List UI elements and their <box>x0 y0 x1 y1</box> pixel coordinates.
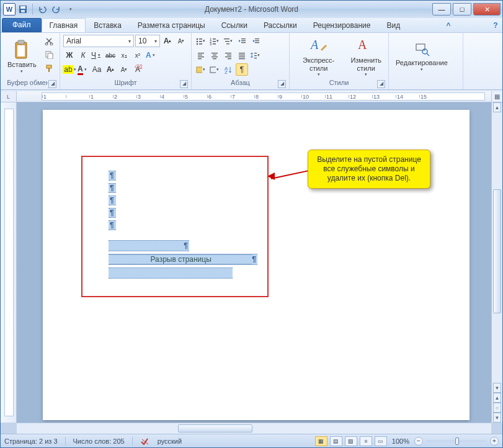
svg-rect-30 <box>255 38 259 39</box>
svg-rect-42 <box>227 55 231 55</box>
redo-icon[interactable] <box>50 2 63 16</box>
tab-view[interactable]: Вид <box>378 18 408 32</box>
line-spacing-icon[interactable]: ▾ <box>249 49 262 61</box>
multilevel-list-icon[interactable]: ▾ <box>222 35 234 47</box>
vertical-scrollbar[interactable]: ▲ ▼ ▲ ○ ▼ <box>491 102 502 423</box>
paragraph-mark[interactable]: ¶ <box>109 220 116 230</box>
tab-file[interactable]: Файл <box>2 18 42 32</box>
decrease-indent-icon[interactable] <box>236 35 248 47</box>
minimize-button[interactable]: — <box>432 3 451 16</box>
proofing-icon[interactable] <box>140 437 150 446</box>
next-page-icon[interactable]: ▼ <box>493 413 501 423</box>
horizontal-scrollbar[interactable] <box>17 423 491 434</box>
scroll-down-icon[interactable]: ▼ <box>493 383 501 393</box>
zoom-level[interactable]: 100% <box>392 437 409 445</box>
group-label-font: Шрифт◢ <box>63 79 188 89</box>
document-viewport[interactable]: ¶ ¶ ¶ ¶ ¶ ¶ Разрыв страницы ¶ Выделите н… <box>17 102 491 423</box>
maximize-button[interactable]: □ <box>453 3 471 16</box>
tab-mailings[interactable]: Рассылки <box>256 18 305 32</box>
tab-insert[interactable]: Вставка <box>86 18 130 32</box>
numbering-icon[interactable]: 123▾ <box>208 35 221 47</box>
justify-icon[interactable] <box>236 49 248 61</box>
dialog-launcher-clipboard[interactable]: ◢ <box>48 80 56 88</box>
shading-icon[interactable]: ▾ <box>195 63 207 76</box>
qat-customize-icon[interactable]: ▾ <box>64 2 78 16</box>
font-name-combo[interactable]: Arial▾ <box>63 35 134 47</box>
sort-icon[interactable]: AZ <box>222 63 234 76</box>
clear-formatting-icon[interactable]: A⌫ <box>131 63 144 76</box>
change-case-button[interactable]: Aa <box>91 63 103 76</box>
bullets-icon[interactable]: ▾ <box>195 35 207 47</box>
ruler-corner[interactable]: L <box>1 91 17 102</box>
align-left-icon[interactable] <box>195 49 207 61</box>
grow-font2-icon[interactable]: A▴ <box>104 63 117 76</box>
zoom-in-button[interactable]: + <box>490 437 499 446</box>
align-right-icon[interactable] <box>222 49 234 61</box>
paragraph-mark[interactable]: ¶ <box>109 183 116 193</box>
browse-object-icon[interactable]: ○ <box>493 403 501 413</box>
font-size-combo[interactable]: 10▾ <box>135 35 160 47</box>
hscroll-thumb[interactable] <box>178 424 252 432</box>
text-effects-icon[interactable]: A▾ <box>145 49 158 61</box>
ribbon-minimize-icon[interactable]: ^ <box>442 19 455 32</box>
zoom-slider[interactable] <box>425 440 487 442</box>
tab-home[interactable]: Главная <box>42 18 86 32</box>
status-page[interactable]: Страница: 2 из 3 <box>4 437 58 445</box>
paste-button[interactable]: Вставить ▾ <box>4 35 40 79</box>
view-draft-icon[interactable]: ▭ <box>375 436 387 446</box>
strikethrough-button[interactable]: abc <box>104 49 117 61</box>
view-outline-icon[interactable]: ≡ <box>360 436 372 446</box>
text-highlight-icon[interactable]: ab▾ <box>63 63 76 76</box>
format-painter-icon[interactable] <box>43 62 55 74</box>
view-print-layout-icon[interactable]: ▦ <box>315 436 327 446</box>
shrink-font2-icon[interactable]: A▾ <box>118 63 130 76</box>
underline-button[interactable]: Ч▾ <box>91 49 103 61</box>
increase-indent-icon[interactable] <box>249 35 262 47</box>
dialog-launcher-styles[interactable]: ◢ <box>377 80 385 88</box>
copy-icon[interactable] <box>43 48 55 61</box>
bold-button[interactable]: Ж <box>63 49 76 61</box>
word-icon[interactable]: W <box>3 3 16 16</box>
paragraph-mark[interactable]: ¶ <box>109 171 116 181</box>
page-break-line[interactable]: Разрыв страницы ¶ <box>109 254 257 265</box>
close-button[interactable]: ✕ <box>473 3 501 16</box>
show-hide-pilcrow-button[interactable]: ¶ <box>236 63 248 76</box>
superscript-button[interactable]: x² <box>131 49 144 61</box>
paragraph-mark[interactable]: ¶ <box>109 195 116 205</box>
scroll-thumb[interactable] <box>493 189 501 313</box>
font-color-icon[interactable]: A▾ <box>77 63 89 76</box>
dialog-launcher-font[interactable]: ◢ <box>180 80 188 88</box>
zoom-slider-thumb[interactable] <box>455 437 459 445</box>
selected-line[interactable] <box>109 267 233 279</box>
zoom-out-button[interactable]: − <box>414 437 423 446</box>
selected-line[interactable]: ¶ <box>109 240 189 251</box>
save-icon[interactable] <box>16 2 30 16</box>
cut-icon[interactable] <box>43 35 55 47</box>
status-word-count[interactable]: Число слов: 205 <box>73 437 125 445</box>
paragraph-mark[interactable]: ¶ <box>109 208 116 218</box>
tab-page-layout[interactable]: Разметка страницы <box>130 18 213 32</box>
page[interactable]: ¶ ¶ ¶ ¶ ¶ ¶ Разрыв страницы ¶ Выделите н… <box>43 110 470 420</box>
editing-button[interactable]: Редактирование▾ <box>392 35 452 79</box>
view-full-screen-icon[interactable]: ▤ <box>330 436 342 446</box>
horizontal-ruler[interactable]: 1123456789101112131415 <box>17 91 491 102</box>
grow-font-icon[interactable]: A▴ <box>161 35 174 47</box>
vertical-ruler[interactable] <box>1 102 17 423</box>
tab-review[interactable]: Рецензирование <box>305 18 379 32</box>
dialog-launcher-paragraph[interactable]: ◢ <box>278 80 286 88</box>
align-center-icon[interactable] <box>208 49 221 61</box>
subscript-button[interactable]: x₂ <box>118 49 130 61</box>
view-web-icon[interactable]: ▧ <box>345 436 357 446</box>
scroll-up-icon[interactable]: ▲ <box>493 102 501 112</box>
status-language[interactable]: русский <box>158 437 182 445</box>
ruler-toggle-icon[interactable]: ▦ <box>491 91 502 102</box>
prev-page-icon[interactable]: ▲ <box>493 393 501 403</box>
help-icon[interactable]: ? <box>489 19 502 32</box>
undo-icon[interactable] <box>35 2 49 16</box>
change-styles-button[interactable]: A Изменить стили▾ <box>347 35 385 79</box>
shrink-font-icon[interactable]: A▾ <box>175 35 187 47</box>
tab-references[interactable]: Ссылки <box>213 18 256 32</box>
quick-styles-button[interactable]: A Экспресс-стили▾ <box>293 35 344 79</box>
italic-button[interactable]: К <box>77 49 89 61</box>
borders-icon[interactable]: ▾ <box>208 63 221 76</box>
